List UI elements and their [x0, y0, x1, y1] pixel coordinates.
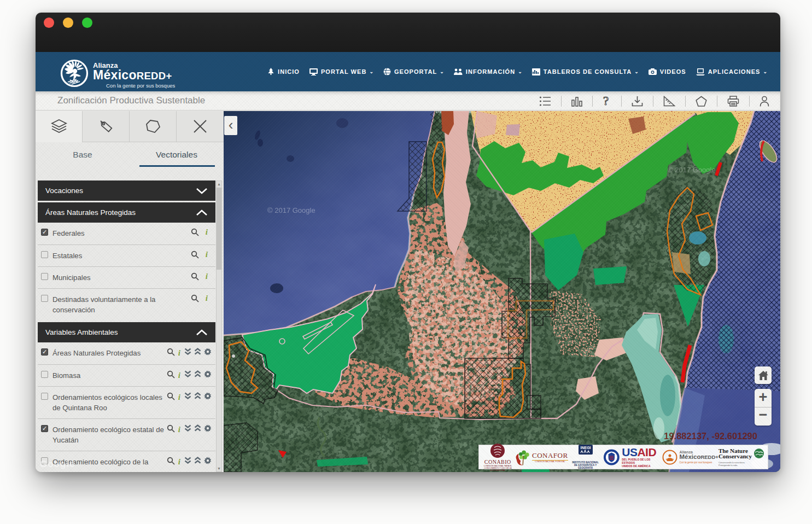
svg-text:INEGI: INEGI: [580, 446, 591, 450]
svg-text:© 2017 Google: © 2017 Google: [668, 166, 716, 174]
svg-text:© 2017 Google: © 2017 Google: [267, 206, 316, 214]
svg-text:?: ?: [603, 95, 609, 107]
